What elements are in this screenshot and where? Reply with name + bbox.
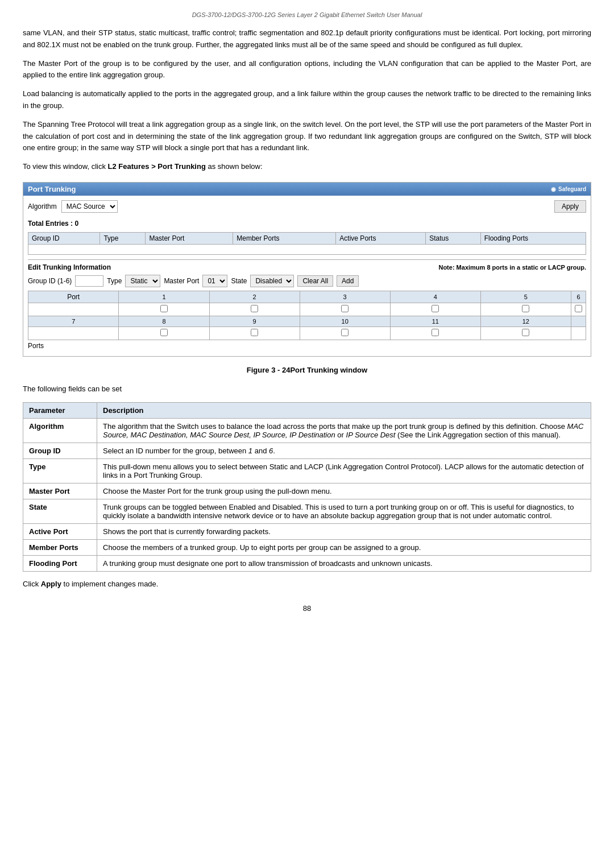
desc-group-id: Select an ID number for the group, betwe… <box>97 443 591 458</box>
desc-header: Description <box>97 402 591 418</box>
add-button[interactable]: Add <box>337 275 359 287</box>
type-select[interactable]: Static LACP <box>125 275 160 287</box>
col-master-port: Master Port <box>146 232 233 244</box>
param-header: Parameter <box>23 402 97 418</box>
port-7: 7 <box>28 316 119 326</box>
algorithm-select[interactable]: MAC Source <box>61 200 118 213</box>
para-4: The Spanning Tree Protocol will treat a … <box>23 119 591 154</box>
checkbox-cell-0 <box>28 303 119 316</box>
port-1: 1 <box>119 291 209 303</box>
checkbox-4[interactable] <box>390 303 480 316</box>
param-active-port: Active Port <box>23 523 97 539</box>
edit-trunking-section: Edit Trunking Information Note: Maximum … <box>28 259 586 352</box>
port-empty <box>571 316 586 326</box>
edit-fields-row: Group ID (1-6) Type Static LACP Master P… <box>28 275 586 287</box>
port-9: 9 <box>209 316 300 326</box>
checkbox-6[interactable] <box>571 303 586 316</box>
group-id-label: Group ID (1-6) <box>28 277 72 285</box>
para-2: The Master Port of the group is to be co… <box>23 58 591 82</box>
port-trunking-window: Port Trunking ◉ Safeguard Algorithm MAC … <box>23 182 591 357</box>
para-1: same VLAN, and their STP status, static … <box>23 27 591 51</box>
checkbox-1[interactable] <box>119 303 209 316</box>
checkbox-empty <box>571 326 586 340</box>
body-paragraphs: same VLAN, and their STP status, static … <box>23 27 591 154</box>
figure-caption: Figure 3 - 24Port Trunking window <box>23 366 591 374</box>
desc-member-ports: Choose the members of a trunked group. U… <box>97 539 591 555</box>
fields-intro: The following fields can be set <box>23 383 591 395</box>
desc-master-port: Choose the Master Port for the trunk gro… <box>97 483 591 499</box>
group-id-input[interactable] <box>75 275 103 287</box>
click-apply-line: Click Apply to implement changes made. <box>23 578 591 590</box>
port-3: 3 <box>300 291 390 303</box>
port-11: 11 <box>390 316 480 326</box>
table-row: Flooding Port A trunking group must desi… <box>23 555 591 571</box>
master-port-select[interactable]: 01 <box>202 275 227 287</box>
page-number: 88 <box>23 604 591 613</box>
port-5: 5 <box>480 291 571 303</box>
edit-trunking-header: Edit Trunking Information Note: Maximum … <box>28 263 586 271</box>
checkbox-8[interactable] <box>119 326 209 340</box>
state-select[interactable]: Disabled Enabled <box>250 275 294 287</box>
col-status: Status <box>426 232 480 244</box>
ports-grid: Port 1 2 3 4 5 6 <box>28 291 586 340</box>
param-type: Type <box>23 458 97 483</box>
port-10: 10 <box>300 316 390 326</box>
table-row: Master Port Choose the Master Port for t… <box>23 483 591 499</box>
state-label: State <box>231 277 247 285</box>
parameters-table: Parameter Description Algorithm The algo… <box>23 402 591 572</box>
checkbox-11[interactable] <box>390 326 480 340</box>
table-row: Algorithm The algorithm that the Switch … <box>23 418 591 443</box>
param-algorithm: Algorithm <box>23 418 97 443</box>
checkbox-2[interactable] <box>209 303 300 316</box>
param-state: State <box>23 499 97 523</box>
algorithm-label: Algorithm <box>28 202 57 210</box>
col-active-ports: Active Ports <box>336 232 426 244</box>
intro-line: To view this window, click L2 Features >… <box>23 161 591 173</box>
port-12: 12 <box>480 316 571 326</box>
param-member-ports: Member Ports <box>23 539 97 555</box>
pt-title-bar: Port Trunking ◉ Safeguard <box>23 183 591 196</box>
pt-title: Port Trunking <box>28 185 76 193</box>
total-entries: Total Entries : 0 <box>28 220 586 228</box>
para-3: Load balancing is automatically applied … <box>23 88 591 112</box>
param-flooding-port: Flooding Port <box>23 555 97 571</box>
edit-note: Note: Maximum 8 ports in a static or LAC… <box>438 264 586 271</box>
algo-row: Algorithm MAC Source Apply <box>28 200 586 213</box>
safeguard-badge: ◉ Safeguard <box>551 186 586 192</box>
apply-button[interactable]: Apply <box>554 200 586 213</box>
checkbox-10[interactable] <box>300 326 390 340</box>
desc-active-port: Shows the port that is currently forward… <box>97 523 591 539</box>
table-row: Type This pull-down menu allows you to s… <box>23 458 591 483</box>
checkbox-9[interactable] <box>209 326 300 340</box>
col-flooding-ports: Flooding Ports <box>480 232 586 244</box>
col-group-id: Group ID <box>28 232 100 244</box>
col-member-ports: Member Ports <box>233 232 336 244</box>
port-4: 4 <box>390 291 480 303</box>
checkbox-cell-7-0 <box>28 326 119 340</box>
edit-trunking-title: Edit Trunking Information <box>28 263 111 271</box>
page-header: DGS-3700-12/DGS-3700-12G Series Layer 2 … <box>23 11 591 18</box>
port-label: Port <box>28 291 119 303</box>
table-row: State Trunk groups can be toggled betwee… <box>23 499 591 523</box>
port-2: 2 <box>209 291 300 303</box>
ports-footer: Ports <box>28 340 586 352</box>
table-row: Active Port Shows the port that is curre… <box>23 523 591 539</box>
checkbox-5[interactable] <box>480 303 571 316</box>
master-port-label: Master Port <box>164 277 199 285</box>
desc-flooding-port: A trunking group must designate one port… <box>97 555 591 571</box>
type-label: Type <box>107 277 122 285</box>
col-type: Type <box>100 232 146 244</box>
param-master-port: Master Port <box>23 483 97 499</box>
port-6: 6 <box>571 291 586 303</box>
clear-all-button[interactable]: Clear All <box>297 275 333 287</box>
param-group-id: Group ID <box>23 443 97 458</box>
shield-icon: ◉ <box>551 186 556 192</box>
checkbox-3[interactable] <box>300 303 390 316</box>
checkbox-12[interactable] <box>480 326 571 340</box>
desc-state: Trunk groups can be toggled between Enab… <box>97 499 591 523</box>
table-row: Member Ports Choose the members of a tru… <box>23 539 591 555</box>
trunking-table: Group ID Type Master Port Member Ports A… <box>28 232 586 255</box>
table-row: Group ID Select an ID number for the gro… <box>23 443 591 458</box>
port-8: 8 <box>119 316 209 326</box>
desc-type: This pull-down menu allows you to select… <box>97 458 591 483</box>
